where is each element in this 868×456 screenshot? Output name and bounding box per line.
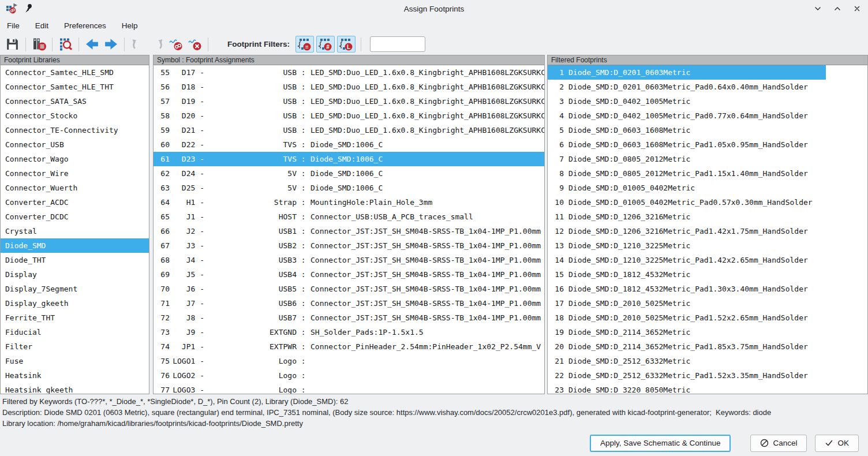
- footprint-item[interactable]: 16Diode_SMD:D_1812_4532Metric_Pad1.30x3.…: [548, 282, 867, 296]
- library-item[interactable]: Converter_DCDC: [1, 210, 149, 224]
- assignment-row[interactable]: 68J4 -USB3 : Connector_JST:JST_SH_SM04B-…: [154, 253, 544, 267]
- assignment-row[interactable]: 61D23 -TVS : Diode_SMD:1006_C: [154, 152, 544, 166]
- library-item[interactable]: Diode_THT: [1, 253, 149, 267]
- footprint-item[interactable]: 5Diode_SMD:D_0603_1608Metric: [548, 123, 867, 137]
- minimize-icon[interactable]: [813, 3, 823, 14]
- menu-preferences[interactable]: Preferences: [64, 21, 106, 30]
- assignment-row[interactable]: 70J6 -USB5 : Connector_JST:JST_SH_SM04B-…: [154, 282, 544, 296]
- assignment-row[interactable]: 74JP1 -EXTPWR : Connector_PinHeader_2.54…: [154, 339, 544, 354]
- footprint-item[interactable]: 20Diode_SMD:D_2114_3652Metric_Pad1.85x3.…: [548, 339, 867, 354]
- footprint-item[interactable]: 4Diode_SMD:D_0402_1005Metric_Pad0.77x0.6…: [548, 109, 867, 123]
- filter-by-pin-count-toggle[interactable]: #: [316, 36, 335, 53]
- assignment-row[interactable]: 77LOGO3 -Logo :: [154, 383, 544, 394]
- footprint-libraries-table-button[interactable]: [30, 35, 48, 53]
- assignment-row[interactable]: 67J3 -USB2 : Connector_JST:JST_SH_SM04B-…: [154, 238, 544, 253]
- assignment-row[interactable]: 76LOGO2 -Logo :: [154, 368, 544, 383]
- separator: :: [297, 296, 310, 311]
- filter-by-library-toggle[interactable]: L: [337, 36, 356, 53]
- library-item[interactable]: Display: [1, 267, 149, 282]
- assignment-row[interactable]: 63D25 -5V : Diode_SMD:1006_C: [154, 181, 544, 195]
- footprint-item[interactable]: 19Diode_SMD:D_2114_3652Metric: [548, 325, 867, 339]
- assignment-row[interactable]: 75LOGO1 -Logo :: [154, 354, 544, 368]
- assignment-row[interactable]: 56D18 -USB : LED_SMD:Duo_LED_1.6x0.8_Kin…: [154, 80, 544, 94]
- menu-help[interactable]: Help: [122, 21, 138, 30]
- undo-button[interactable]: [129, 35, 147, 53]
- library-item[interactable]: Heatsink: [1, 368, 149, 383]
- footprint-item[interactable]: 23Diode_SMD:D_3220_8050Metric: [548, 383, 867, 394]
- footprint-item[interactable]: 6Diode_SMD:D_0603_1608Metric_Pad1.05x0.9…: [548, 137, 867, 152]
- footprint-item[interactable]: 17Diode_SMD:D_2010_5025Metric: [548, 296, 867, 311]
- assignment-row[interactable]: 65J1 -HOST : Connector_USB:USB_A_PCB_tra…: [154, 210, 544, 224]
- assignment-row[interactable]: 72J8 -USB7 : Connector_JST:JST_SH_SM04B-…: [154, 311, 544, 325]
- close-icon[interactable]: [852, 3, 862, 14]
- previous-symbol-button[interactable]: [83, 35, 101, 53]
- apply-save-continue-button[interactable]: Apply, Save Schematic & Continue: [590, 435, 731, 452]
- footprint-item[interactable]: 15Diode_SMD:D_1812_4532Metric: [548, 267, 867, 282]
- redo-button[interactable]: [148, 35, 166, 53]
- footprint-item[interactable]: 8Diode_SMD:D_0805_2012Metric_Pad1.15x1.4…: [548, 166, 867, 181]
- library-item[interactable]: Connector_TE-Connectivity: [1, 123, 149, 137]
- row-number: 68: [156, 253, 170, 267]
- assigned-footprint: Connector_JST:JST_SH_SM04B-SRSS-TB_1x04-…: [310, 296, 544, 311]
- assignment-row[interactable]: 60D22 -TVS : Diode_SMD:1006_C: [154, 137, 544, 152]
- footprint-item[interactable]: 21Diode_SMD:D_2512_6332Metric: [548, 354, 867, 368]
- library-item[interactable]: Fiducial: [1, 325, 149, 339]
- library-item[interactable]: Fuse: [1, 354, 149, 368]
- library-item[interactable]: Filter: [1, 339, 149, 354]
- assignment-row[interactable]: 59D21 -USB : LED_SMD:Duo_LED_1.6x0.8_Kin…: [154, 123, 544, 137]
- view-footprint-button[interactable]: [57, 35, 74, 53]
- library-item[interactable]: Connector_Wago: [1, 152, 149, 166]
- footprint-item[interactable]: 3Diode_SMD:D_0402_1005Metric: [548, 94, 867, 109]
- footprint-item[interactable]: 2Diode_SMD:D_0201_0603Metric_Pad0.64x0.4…: [548, 80, 867, 94]
- library-item[interactable]: Display_gkeeth: [1, 296, 149, 311]
- next-symbol-button[interactable]: [102, 35, 120, 53]
- library-item[interactable]: Connector_SATA_SAS: [1, 94, 149, 109]
- footprint-item[interactable]: 7Diode_SMD:D_0805_2012Metric: [548, 152, 867, 166]
- symbol-reference: H1 -: [170, 195, 204, 210]
- library-item[interactable]: Converter_ACDC: [1, 195, 149, 210]
- library-item[interactable]: Connector_Samtec_HLE_THT: [1, 80, 149, 94]
- footprint-item[interactable]: 11Diode_SMD:D_1206_3216Metric: [548, 210, 867, 224]
- footprint-item[interactable]: 1Diode_SMD:D_0201_0603Metric: [548, 65, 826, 80]
- library-item[interactable]: Connector_Wire: [1, 166, 149, 181]
- library-item[interactable]: Connector_USB: [1, 137, 149, 152]
- assigned-footprint: SH_Solder_Pads:1P-1.5x1.5: [310, 325, 544, 339]
- delete-all-associations-button[interactable]: [186, 35, 204, 53]
- assigned-footprint: Connector_JST:JST_SH_SM04B-SRSS-TB_1x04-…: [310, 224, 544, 238]
- save-button[interactable]: [3, 35, 21, 53]
- assignment-row[interactable]: 55D17 -USB : LED_SMD:Duo_LED_1.6x0.8_Kin…: [154, 65, 544, 80]
- assignment-row[interactable]: 57D19 -USB : LED_SMD:Duo_LED_1.6x0.8_Kin…: [154, 94, 544, 109]
- library-item[interactable]: Connector_Samtec_HLE_SMD: [1, 65, 149, 80]
- assignment-row[interactable]: 62D24 -5V : Diode_SMD:1006_C: [154, 166, 544, 181]
- assignment-row[interactable]: 64H1 -Strap : MountingHole:Plain_Hole_3m…: [154, 195, 544, 210]
- footprint-item[interactable]: 10Diode_SMD:D_01005_0402Metric_Pad0.57x0…: [548, 195, 867, 210]
- toolbar-separator: [25, 38, 26, 51]
- footprint-item[interactable]: 9Diode_SMD:D_01005_0402Metric: [548, 181, 867, 195]
- assignment-row[interactable]: 66J2 -USB1 : Connector_JST:JST_SH_SM04B-…: [154, 224, 544, 238]
- footprint-item[interactable]: 22Diode_SMD:D_2512_6332Metric_Pad1.52x3.…: [548, 368, 867, 383]
- delete-association-button[interactable]: [167, 35, 185, 53]
- maximize-icon[interactable]: [832, 3, 843, 14]
- footprint-filter-input[interactable]: [370, 36, 425, 52]
- filter-by-keyword-toggle[interactable]: ≡: [295, 36, 314, 53]
- assignment-row[interactable]: 69J5 -USB4 : Connector_JST:JST_SH_SM04B-…: [154, 267, 544, 282]
- footprint-item[interactable]: 12Diode_SMD:D_1206_3216Metric_Pad1.42x1.…: [548, 224, 867, 238]
- footprint-item[interactable]: 13Diode_SMD:D_1210_3225Metric: [548, 238, 867, 253]
- ok-button[interactable]: OK: [815, 435, 859, 452]
- library-item[interactable]: Connector_Stocko: [1, 109, 149, 123]
- menu-file[interactable]: File: [7, 21, 20, 30]
- separator: :: [297, 137, 310, 152]
- footprint-item[interactable]: 18Diode_SMD:D_2010_5025Metric_Pad1.52x2.…: [548, 311, 867, 325]
- menu-edit[interactable]: Edit: [35, 21, 48, 30]
- library-item[interactable]: Diode_SMD: [1, 238, 149, 253]
- cancel-button[interactable]: Cancel: [750, 435, 807, 452]
- library-item[interactable]: Display_7Segment: [1, 282, 149, 296]
- library-item[interactable]: Ferrite_THT: [1, 311, 149, 325]
- library-item[interactable]: Heatsink_gkeeth: [1, 383, 149, 394]
- assignment-row[interactable]: 58D20 -USB : LED_SMD:Duo_LED_1.6x0.8_Kin…: [154, 109, 544, 123]
- library-item[interactable]: Connector_Wuerth: [1, 181, 149, 195]
- assignment-row[interactable]: 73J9 -EXTGND : SH_Solder_Pads:1P-1.5x1.5: [154, 325, 544, 339]
- footprint-item[interactable]: 14Diode_SMD:D_1210_3225Metric_Pad1.42x2.…: [548, 253, 867, 267]
- assignment-row[interactable]: 71J7 -USB6 : Connector_JST:JST_SH_SM04B-…: [154, 296, 544, 311]
- library-item[interactable]: Crystal: [1, 224, 149, 238]
